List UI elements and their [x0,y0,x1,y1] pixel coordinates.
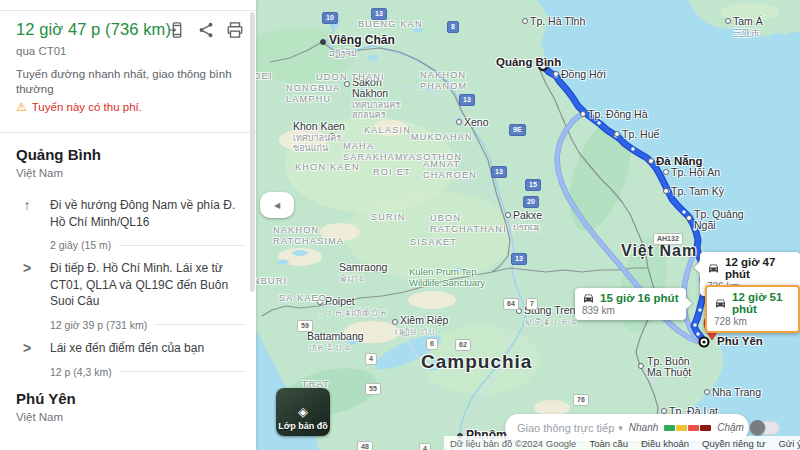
traffic-dropdown[interactable]: Giao thông trực tiếp▾ [517,422,623,434]
map-artwork [256,0,800,450]
route-summary: 12 giờ 47 p (736 km) qua CT01 Tuyến đườn… [0,0,256,123]
steps-list: ↑Đi về hướng Đông Nam về phía Đ. Hồ Chí … [0,191,256,378]
chevron-right-icon: > [18,260,36,310]
google-maps-directions: Quảng BìnhPhú YênViệt NamCampuchiaTp. Hà… [0,0,800,450]
step-instruction: Đi tiếp Đ. Hồ Chí Minh. Lái xe từ CT01, … [50,260,242,310]
chevron-right-icon: > [18,340,36,357]
map-footer: Dữ liệu bản đồ ©2024 GoogleToàn cầuĐiều … [444,436,800,450]
footer-link[interactable]: Quyền riêng tư [702,438,765,449]
route-description: Tuyến đường nhanh nhất, giao thông bình … [16,67,240,97]
map-canvas[interactable]: Quảng BìnhPhú YênViệt NamCampuchiaTp. Hà… [256,0,800,450]
destination-name: Phú Yên [16,390,240,407]
chevron-down-icon: ▾ [618,423,623,433]
traffic-fast-label: Nhanh [629,422,658,433]
route-via: qua CT01 [16,45,240,57]
traffic-toggle[interactable] [750,421,780,435]
step-distance: 12 giờ 39 p (731 km) [50,319,246,331]
car-icon [582,292,595,304]
origin-block: Quảng Bình Việt Nam [0,133,256,181]
chevron-left-icon: ◀ [274,201,280,210]
route-distance: 728 km [714,316,790,327]
route-bubble-alt-839[interactable]: 15 giờ 16 phút 839 km [575,288,686,320]
directions-panel: 12 giờ 47 p (736 km) qua CT01 Tuyến đườn… [0,0,256,450]
direction-step[interactable]: >Lái xe đến điểm đến của bạn [0,334,256,359]
direction-step[interactable]: ↑Đi về hướng Đông Nam về phía Đ. Hồ Chí … [0,191,256,232]
layers-icon: ◈ [298,405,308,418]
footer-attribution: Dữ liệu bản đồ ©2024 Google [450,438,576,449]
start-marker[interactable] [539,62,547,70]
traffic-legend [664,425,711,431]
car-icon [714,297,727,309]
toggle-knob [750,420,765,435]
step-distance: 12 p (4,3 km) [50,366,246,378]
destination-country: Việt Nam [16,411,240,423]
route-duration: 15 giờ 16 phút [600,292,678,304]
step-distance: 2 giây (15 m) [50,239,246,251]
route-distance: 839 km [582,305,678,316]
collapse-panel-button[interactable]: ◀ [260,192,294,218]
send-to-phone-icon[interactable] [168,21,186,39]
toll-warning: ⚠ Tuyến này có thu phí. [16,101,240,113]
destination-marker[interactable] [700,338,709,347]
direction-step[interactable]: >Đi tiếp Đ. Hồ Chí Minh. Lái xe từ CT01,… [0,254,256,312]
route-duration: 12 giờ 51 phút [732,291,790,315]
footer-link[interactable]: Gửi ý kiến [778,438,800,449]
footer-link[interactable]: Toàn cầu [589,438,628,449]
panel-scrollbar[interactable] [250,12,255,292]
warning-icon: ⚠ [16,101,27,113]
traffic-slow-label: Chậm [717,422,744,433]
destination-block: Phú Yên Việt Nam [0,381,256,425]
route-duration: 12 giờ 47 phút [725,256,792,280]
up-arrow-icon: ↑ [18,197,36,230]
step-instruction: Lái xe đến điểm đến của bạn [50,340,204,357]
footer-link[interactable]: Điều khoản [641,438,689,449]
car-icon [707,262,720,274]
origin-name: Quảng Bình [16,146,240,163]
route-bubble-alt-728[interactable]: 12 giờ 51 phút 728 km [705,285,800,333]
print-icon[interactable] [226,21,244,39]
origin-country: Việt Nam [16,167,240,179]
share-icon[interactable] [197,21,215,39]
panel-top-divider [0,10,256,11]
step-instruction: Đi về hướng Đông Nam về phía Đ. Hồ Chí M… [50,197,242,230]
map-layers-button[interactable]: ◈ Lớp bản đồ [276,388,330,436]
layers-label: Lớp bản đồ [278,421,327,431]
